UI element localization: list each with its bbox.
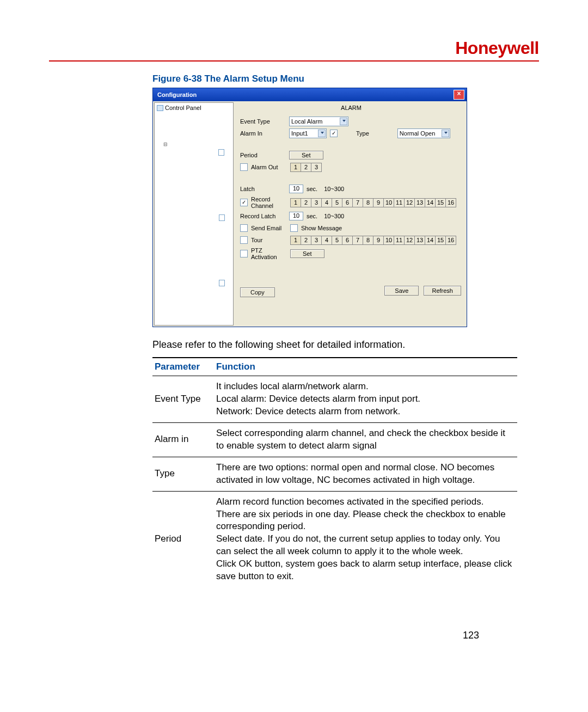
channel-8[interactable]: 8 xyxy=(363,236,373,245)
form-panel: ALARM Event Type Local Alarm Alarm In In… xyxy=(235,101,467,327)
label-tour: Tour xyxy=(251,237,287,243)
type-select[interactable]: Normal Open xyxy=(397,128,450,138)
channel-2[interactable]: 2 xyxy=(301,236,311,245)
channel-4[interactable]: 4 xyxy=(321,198,332,207)
channel-1[interactable]: 1 xyxy=(290,236,301,245)
channel-2[interactable]: 2 xyxy=(301,198,311,207)
collapse-icon[interactable] xyxy=(163,142,168,147)
channel-6[interactable]: 6 xyxy=(342,236,352,245)
channel-15[interactable]: 15 xyxy=(435,236,445,245)
table-row: Event TypeIt includes local alarm/networ… xyxy=(152,376,517,423)
channel-13[interactable]: 13 xyxy=(414,236,425,245)
channel-5[interactable]: 5 xyxy=(332,236,342,245)
label-record-channel: Record Channel xyxy=(251,196,287,209)
ptz-checkbox[interactable] xyxy=(240,250,248,257)
copy-button[interactable]: Copy xyxy=(240,287,275,297)
label-type: Type xyxy=(356,130,369,137)
channel-3[interactable]: 3 xyxy=(311,236,321,245)
tour-channels: 12345678910111213141516 xyxy=(290,236,456,245)
channel-16[interactable]: 16 xyxy=(445,236,456,245)
channel-1[interactable]: 1 xyxy=(290,198,301,207)
record-latch-input[interactable]: 10 xyxy=(289,212,303,220)
col-function: Function xyxy=(214,358,517,376)
latch-input[interactable]: 10 xyxy=(289,185,303,193)
channel-14[interactable]: 14 xyxy=(425,236,435,245)
record-channel-checkbox[interactable]: ✓ xyxy=(240,199,248,206)
channel-15[interactable]: 15 xyxy=(435,198,445,207)
channel-9[interactable]: 9 xyxy=(373,198,383,207)
figure-caption: Figure 6-38 The Alarm Setup Menu xyxy=(152,73,539,84)
period-set-button[interactable]: Set xyxy=(289,151,323,159)
record-latch-unit: sec. xyxy=(307,213,317,219)
param-desc: Alarm record function becomes activated … xyxy=(214,491,517,587)
panel-icon xyxy=(157,105,163,111)
label-send-email: Send Email xyxy=(251,225,287,231)
channel-1[interactable]: 1 xyxy=(290,163,301,172)
page-number: 123 xyxy=(463,630,479,641)
latch-unit: sec. xyxy=(307,186,317,192)
col-parameter: Parameter xyxy=(152,358,214,376)
parameter-table: Parameter Function Event TypeIt includes… xyxy=(152,357,517,587)
param-name: Type xyxy=(152,457,214,491)
latch-range: 10~300 xyxy=(324,186,344,192)
channel-7[interactable]: 7 xyxy=(352,236,363,245)
channel-10[interactable]: 10 xyxy=(383,198,394,207)
param-desc: It includes local alarm/network alarm.Lo… xyxy=(214,376,517,423)
page-icon xyxy=(170,177,234,242)
table-row: TypeThere are two options: normal open a… xyxy=(152,457,517,491)
channel-12[interactable]: 12 xyxy=(404,198,414,207)
channel-16[interactable]: 16 xyxy=(445,198,456,207)
save-button[interactable]: Save xyxy=(384,286,419,296)
config-window: Configuration × Control Panel Query Syst… xyxy=(152,88,467,327)
event-type-select[interactable]: Local Alarm xyxy=(289,116,348,126)
label-event-type: Event Type xyxy=(240,118,286,125)
panel-heading: ALARM xyxy=(240,103,462,114)
param-name: Alarm in xyxy=(152,422,214,457)
table-row: Alarm inSelect corresponding alarm chann… xyxy=(152,422,517,457)
alarm-out-checkbox[interactable] xyxy=(240,163,248,171)
close-icon[interactable]: × xyxy=(454,90,464,100)
label-latch: Latch xyxy=(240,186,286,192)
window-titlebar: Configuration × xyxy=(153,88,467,101)
channel-3[interactable]: 3 xyxy=(311,163,322,172)
channel-12[interactable]: 12 xyxy=(404,236,414,245)
table-row: PeriodAlarm record function becomes acti… xyxy=(152,491,517,587)
param-name: Event Type xyxy=(152,376,214,423)
channel-10[interactable]: 10 xyxy=(383,236,394,245)
param-name: Period xyxy=(152,491,214,587)
channel-6[interactable]: 6 xyxy=(342,198,352,207)
window-title: Configuration xyxy=(157,91,197,98)
record-channels: 12345678910111213141516 xyxy=(290,198,456,207)
label-ptz: PTZ Activation xyxy=(251,247,287,260)
folder-icon xyxy=(169,112,234,177)
show-message-checkbox[interactable] xyxy=(290,224,298,232)
page-icon xyxy=(170,242,234,308)
alarm-in-select[interactable]: Input1 xyxy=(289,128,327,138)
ptz-set-button[interactable]: Set xyxy=(290,249,324,258)
refresh-button[interactable]: Refresh xyxy=(424,286,461,296)
tour-checkbox[interactable] xyxy=(240,236,248,244)
channel-11[interactable]: 11 xyxy=(394,198,404,207)
label-period: Period xyxy=(240,152,286,158)
nav-tree[interactable]: Control Panel Query System Info VERSION … xyxy=(154,102,234,326)
alarm-out-channels: 123 xyxy=(290,163,322,172)
tree-root[interactable]: Control Panel xyxy=(165,104,201,112)
channel-7[interactable]: 7 xyxy=(352,198,363,207)
label-record-latch: Record Latch xyxy=(240,213,286,219)
channel-8[interactable]: 8 xyxy=(363,198,373,207)
alarm-in-enable-checkbox[interactable]: ✓ xyxy=(330,130,338,137)
channel-2[interactable]: 2 xyxy=(301,163,311,172)
channel-5[interactable]: 5 xyxy=(332,198,342,207)
channel-4[interactable]: 4 xyxy=(321,236,332,245)
channel-9[interactable]: 9 xyxy=(373,236,383,245)
channel-14[interactable]: 14 xyxy=(425,198,435,207)
channel-11[interactable]: 11 xyxy=(394,236,404,245)
send-email-checkbox[interactable] xyxy=(240,224,248,232)
label-alarm-out: Alarm Out xyxy=(251,164,287,170)
page-icon xyxy=(170,308,234,326)
channel-3[interactable]: 3 xyxy=(311,198,321,207)
param-desc: There are two options: normal open and n… xyxy=(214,457,517,491)
channel-13[interactable]: 13 xyxy=(414,198,425,207)
param-desc: Select corresponding alarm channel, and … xyxy=(214,422,517,457)
brand-logo: Honeywell xyxy=(455,38,539,58)
